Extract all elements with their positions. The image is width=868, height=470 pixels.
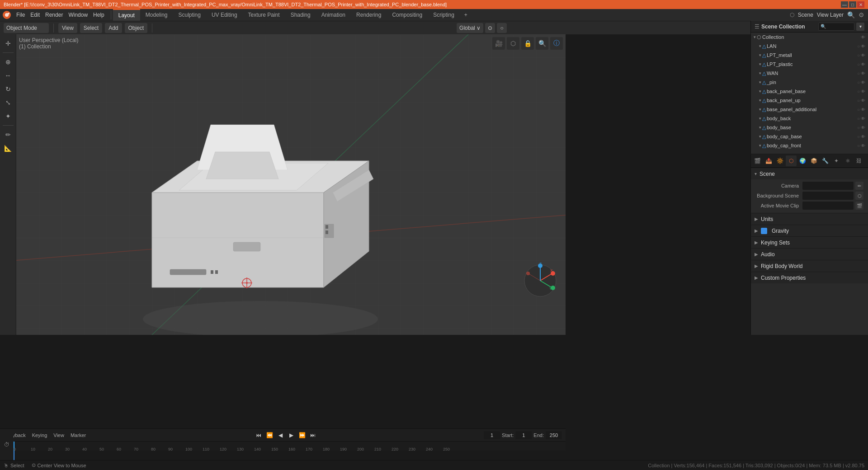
jump-start-btn[interactable]: ⏮ — [254, 430, 264, 440]
add-menu[interactable]: Add — [105, 23, 122, 33]
visibility-icon[interactable]: 👁 — [861, 71, 865, 76]
outliner-filter[interactable]: ▾ — [856, 23, 864, 31]
output-props-icon[interactable]: 📤 — [763, 155, 774, 166]
step-back-btn[interactable]: ⏪ — [264, 430, 274, 440]
restrict-icon[interactable]: ○ — [857, 143, 860, 148]
select-menu[interactable]: Select — [80, 23, 102, 33]
movie-clip-value[interactable] — [802, 202, 854, 210]
visibility-icon[interactable]: 👁 — [861, 80, 865, 85]
scene-name[interactable]: Scene — [798, 12, 813, 18]
tab-animation[interactable]: Animation — [316, 9, 351, 21]
timeline-ruler[interactable]: 0 10 20 30 40 50 60 70 80 90 100 110 120… — [0, 442, 566, 451]
list-item[interactable]: ▾ △ body_cap_base ○ 👁 — [751, 132, 868, 141]
restrict-icon[interactable]: ○ — [857, 62, 860, 67]
tab-add[interactable]: + — [460, 9, 472, 21]
menu-window[interactable]: Window — [66, 11, 90, 19]
keying-menu[interactable]: Keying — [30, 432, 49, 439]
lock-camera-btn[interactable]: 🔒 — [521, 37, 534, 50]
list-item[interactable]: ▾ △ _pin ○ 👁 — [751, 78, 868, 87]
keying-sets-section-header[interactable]: ▶ Keying Sets — [751, 236, 868, 248]
tab-modeling[interactable]: Modeling — [140, 9, 173, 21]
tab-rendering[interactable]: Rendering — [351, 9, 387, 21]
visibility-icon[interactable]: 👁 — [861, 134, 865, 139]
tab-compositing[interactable]: Compositing — [387, 9, 428, 21]
list-item[interactable]: ▾ △ body_cap_front ○ 👁 — [751, 141, 868, 150]
tab-uv-editing[interactable]: UV Editing — [206, 9, 243, 21]
transform-tool[interactable]: ✦ — [2, 110, 14, 122]
visibility-icon[interactable]: 👁 — [861, 53, 865, 58]
view-menu-timeline[interactable]: View — [52, 432, 66, 439]
info-icon[interactable]: ⚙ — [859, 11, 864, 19]
global-transform[interactable]: Global ∨ — [457, 23, 483, 33]
visibility-icon[interactable]: 👁 — [861, 143, 865, 148]
restrict-icon[interactable]: ○ — [857, 89, 860, 94]
view-menu[interactable]: View — [58, 23, 77, 33]
marker-menu[interactable]: Marker — [69, 432, 88, 439]
menu-file[interactable]: File — [14, 11, 28, 19]
visibility-icon[interactable]: 👁 — [861, 62, 865, 67]
jump-end-btn[interactable]: ⏭ — [308, 430, 318, 440]
constraint-props-icon[interactable]: ⛓ — [854, 155, 864, 166]
measure-tool[interactable]: 📐 — [2, 142, 14, 155]
list-item[interactable]: ▾ △ back_panel_base ○ 👁 — [751, 87, 868, 96]
snap-icon[interactable]: ⊙ — [485, 23, 495, 33]
object-menu[interactable]: Object — [125, 23, 148, 33]
tab-texture-paint[interactable]: Texture Paint — [243, 9, 285, 21]
list-item[interactable]: ▾ △ body_back ○ 👁 — [751, 114, 868, 123]
physics-props-icon[interactable]: ⚛ — [842, 155, 853, 166]
play-reverse-btn[interactable]: ◀ — [275, 430, 285, 440]
list-item[interactable]: ▾ △ body_base ○ 👁 — [751, 123, 868, 132]
camera-eyedropper[interactable]: ✏ — [855, 182, 863, 190]
custom-props-section-header[interactable]: ▶ Custom Properties — [751, 272, 868, 283]
3d-viewport[interactable]: User Perspective (Local) (1) Collection … — [16, 34, 566, 335]
rotate-tool[interactable]: ↻ — [2, 83, 14, 95]
render-props-icon[interactable]: 🎬 — [752, 155, 763, 166]
tab-scripting[interactable]: Scripting — [428, 9, 460, 21]
current-frame-input[interactable]: 1 — [484, 431, 500, 439]
menu-edit[interactable]: Edit — [28, 11, 42, 19]
view-layer-props-icon[interactable]: 🔆 — [774, 155, 785, 166]
object-props-icon[interactable]: 📦 — [808, 155, 819, 166]
restrict-icon[interactable]: ○ — [857, 44, 860, 49]
timeline-icon[interactable]: ⏱ — [4, 442, 9, 448]
move-tool[interactable]: ↔ — [2, 69, 14, 82]
units-section-header[interactable]: ▶ Units — [751, 213, 868, 225]
render-btn[interactable]: 🔍 — [536, 37, 548, 50]
navigation-gizmo[interactable]: X Y Z — [522, 263, 558, 299]
menu-render[interactable]: Render — [42, 11, 66, 19]
list-item[interactable]: ▾ △ LPT_metall ○ 👁 — [751, 51, 868, 60]
list-item[interactable]: ▾ ⬡ Collection 👁 — [751, 33, 868, 42]
annotate-tool[interactable]: ✏ — [2, 128, 14, 141]
particles-props-icon[interactable]: ✦ — [831, 155, 842, 166]
scene-section-header[interactable]: ▾ Scene — [751, 168, 868, 179]
blender-logo[interactable] — [2, 10, 12, 20]
info-overlay-btn[interactable]: ⓘ — [550, 37, 563, 50]
search-icon[interactable]: 🔍 — [847, 11, 855, 19]
end-frame-input[interactable]: 250 — [546, 431, 562, 439]
proportional-edit[interactable]: ○ — [497, 23, 507, 33]
gravity-section-header[interactable]: ▶ Gravity — [751, 225, 868, 236]
display-overlay-btn[interactable]: ⬡ — [507, 37, 519, 50]
list-item[interactable]: ▾ △ back_panel_up ○ 👁 — [751, 96, 868, 105]
list-item[interactable]: ▾ △ base_panel_additional ○ 👁 — [751, 105, 868, 114]
step-fwd-btn[interactable]: ⏩ — [297, 430, 307, 440]
movie-clip-icon-btn[interactable]: 🎬 — [855, 202, 863, 210]
menu-help[interactable]: Help — [90, 11, 107, 19]
play-btn[interactable]: ▶ — [286, 430, 296, 440]
tab-sculpting[interactable]: Sculpting — [173, 9, 206, 21]
visibility-icon[interactable]: 👁 — [861, 116, 865, 121]
list-item[interactable]: ▾ △ LAN ○ 👁 — [751, 42, 868, 51]
scale-tool[interactable]: ⤡ — [2, 96, 14, 109]
restrict-icon[interactable]: ○ — [857, 98, 860, 103]
restrict-icon[interactable]: ○ — [857, 107, 860, 112]
camera-view-btn[interactable]: 🎥 — [492, 37, 505, 50]
bg-scene-value[interactable] — [802, 192, 854, 200]
gravity-checkbox[interactable] — [761, 228, 767, 234]
scene-props-icon[interactable]: ⬡ — [786, 155, 797, 166]
timeline-scrubber-area[interactable] — [0, 451, 566, 461]
tab-layout[interactable]: Layout — [113, 9, 140, 21]
visibility-icon[interactable]: 👁 — [861, 107, 865, 112]
tab-shading[interactable]: Shading — [285, 9, 316, 21]
restrict-icon[interactable]: ○ — [857, 134, 860, 139]
camera-value[interactable] — [802, 182, 854, 190]
